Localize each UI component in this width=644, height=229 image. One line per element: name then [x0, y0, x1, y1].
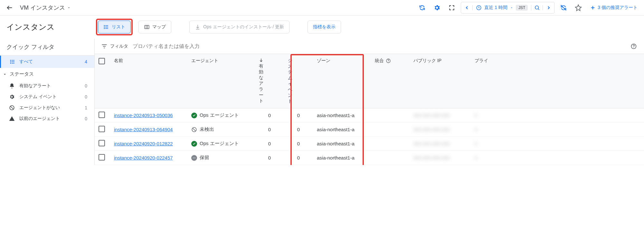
- help-button[interactable]: [628, 41, 639, 52]
- svg-point-6: [104, 25, 105, 26]
- clock-icon: [476, 5, 482, 11]
- page-scope-dropdown[interactable]: VM インスタンス: [20, 4, 71, 12]
- instance-link[interactable]: instance-20240913-050036: [114, 113, 173, 118]
- time-search-button[interactable]: [531, 5, 543, 11]
- svg-point-1: [535, 6, 539, 9]
- star-outline-icon: [575, 4, 582, 11]
- fullscreen-button[interactable]: [446, 2, 458, 14]
- cell-sysevents: 0: [284, 123, 313, 137]
- show-metrics-label: 指標を表示: [313, 24, 336, 30]
- cell-zone: asia-northeast1-a: [313, 123, 371, 137]
- sidebar-item-active-alerts[interactable]: 有効なアラート 0: [0, 80, 94, 91]
- auto-refresh-off-icon: [560, 4, 567, 11]
- fullscreen-icon: [449, 5, 455, 11]
- row-checkbox[interactable]: [99, 112, 105, 118]
- table-row: instance-20240913-050036 Ops エージェント 0 0 …: [95, 108, 644, 123]
- sidebar-status-section[interactable]: ステータス: [0, 68, 94, 80]
- filter-icon: [101, 43, 108, 50]
- table-row: instance-20240920-022457 保留 0 0 asia-nor…: [95, 151, 644, 165]
- show-metrics-button[interactable]: 指標を表示: [308, 21, 341, 33]
- bell-icon: [9, 83, 15, 89]
- topbar: VM インスタンス 直近 1 時間 JST: [0, 0, 644, 15]
- cell-alerts: 0: [255, 137, 284, 151]
- refresh-button[interactable]: [416, 2, 428, 14]
- cell-zone: asia-northeast1-a: [313, 137, 371, 151]
- back-button[interactable]: [4, 2, 15, 14]
- auto-refresh-toggle[interactable]: [558, 2, 569, 14]
- row-checkbox[interactable]: [99, 140, 105, 146]
- svg-point-26: [193, 158, 194, 158]
- page-title: インスタンス: [6, 22, 90, 32]
- select-all-checkbox[interactable]: [99, 58, 105, 64]
- filter-label-text: フィルタ: [110, 43, 128, 49]
- cell-public-ip: 000.000.000.000: [413, 141, 450, 146]
- toolbar: インスタンス リスト マップ Ops エージェントのインストール / 更新 指標…: [0, 15, 644, 39]
- col-private-ip[interactable]: プライ: [471, 54, 644, 108]
- col-integration[interactable]: 統合: [371, 54, 410, 108]
- time-range-button[interactable]: 直近 1 時間 JST: [473, 5, 531, 11]
- instance-link[interactable]: instance-20240920-022457: [114, 155, 173, 160]
- cell-alerts: 0: [255, 151, 284, 165]
- time-next-button[interactable]: [543, 5, 554, 10]
- install-ops-agent-button[interactable]: Ops エージェントのインストール / 更新: [189, 21, 289, 33]
- col-name[interactable]: 名前: [110, 54, 187, 108]
- sidebar-item-system-events[interactable]: システム イベント 0: [0, 91, 94, 102]
- view-list-button[interactable]: リスト: [98, 21, 131, 33]
- star-button[interactable]: [573, 2, 584, 14]
- svg-point-17: [10, 63, 11, 64]
- sidebar-item-no-agent[interactable]: エージェントがない 1: [0, 102, 94, 113]
- row-checkbox[interactable]: [99, 154, 105, 160]
- content: フィルタ 名前 エージェント 有効: [95, 39, 644, 165]
- col-public-ip[interactable]: パブリック IP: [410, 54, 471, 108]
- sidebar-header: クイック フィルタ: [0, 39, 94, 56]
- cell-private-ip: 0: [475, 127, 477, 132]
- cell-sysevents: 0: [284, 137, 313, 151]
- settings-button[interactable]: [431, 2, 443, 14]
- cell-zone: asia-northeast1-a: [313, 108, 371, 123]
- arrow-down-icon: [259, 58, 263, 62]
- install-ops-agent-label: Ops エージェントのインストール / 更新: [203, 24, 284, 30]
- row-checkbox[interactable]: [99, 126, 105, 132]
- instance-link[interactable]: instance-20240913-064904: [114, 127, 173, 132]
- map-icon: [144, 24, 150, 30]
- sidebar-item-count: 0: [85, 94, 87, 99]
- page-scope-label: VM インスタンス: [20, 4, 65, 12]
- svg-point-16: [10, 61, 11, 62]
- no-agent-icon: [9, 105, 15, 111]
- sidebar-filter-all[interactable]: すべて 4: [0, 56, 94, 68]
- svg-point-15: [10, 60, 11, 61]
- col-zone[interactable]: ゾーン: [313, 54, 371, 108]
- gear-icon: [433, 4, 440, 11]
- main: クイック フィルタ すべて 4 ステータス 有効なアラート 0 システム イベン…: [0, 39, 644, 165]
- caret-down-icon: [67, 6, 71, 10]
- col-system-events[interactable]: システムイベント システムイベント: [284, 54, 313, 108]
- sidebar-all-count: 4: [85, 59, 87, 64]
- instance-link[interactable]: instance-20240920-012822: [114, 141, 173, 146]
- col-active-alerts[interactable]: 有効なアラート 有効なアラート: [255, 54, 284, 108]
- table-row: instance-20240920-012822 Ops エージェント 0 0 …: [95, 137, 644, 151]
- time-prev-button[interactable]: [461, 5, 473, 10]
- cell-private-ip: 0: [475, 155, 477, 160]
- agent-status-text: Ops エージェント: [200, 141, 239, 147]
- sidebar-item-legacy-agent[interactable]: 以前のエージェント 0: [0, 113, 94, 124]
- annotation-highlight-list: リスト: [96, 19, 133, 35]
- view-list-label: リスト: [112, 24, 125, 30]
- plus-icon: [590, 5, 596, 11]
- sidebar: クイック フィルタ すべて 4 ステータス 有効なアラート 0 システム イベン…: [0, 39, 95, 165]
- view-map-button[interactable]: マップ: [138, 21, 171, 33]
- filter-input[interactable]: [133, 43, 638, 49]
- caret-down-icon: [3, 72, 7, 77]
- svg-line-19: [11, 106, 14, 109]
- svg-point-8: [104, 28, 105, 29]
- list-icon: [10, 59, 15, 65]
- recommended-alerts-link[interactable]: 3 個の推奨アラート: [587, 5, 640, 11]
- svg-point-21: [633, 47, 634, 48]
- chevron-right-icon: [546, 5, 551, 10]
- timezone-chip[interactable]: JST: [516, 5, 528, 11]
- cell-public-ip: 000.000.000.000: [413, 127, 450, 132]
- svg-rect-9: [145, 25, 149, 29]
- col-agent[interactable]: エージェント: [187, 54, 255, 108]
- sidebar-item-count: 0: [85, 83, 87, 88]
- cell-zone: asia-northeast1-a: [313, 151, 371, 165]
- agent-status-text: Ops エージェント: [200, 112, 239, 118]
